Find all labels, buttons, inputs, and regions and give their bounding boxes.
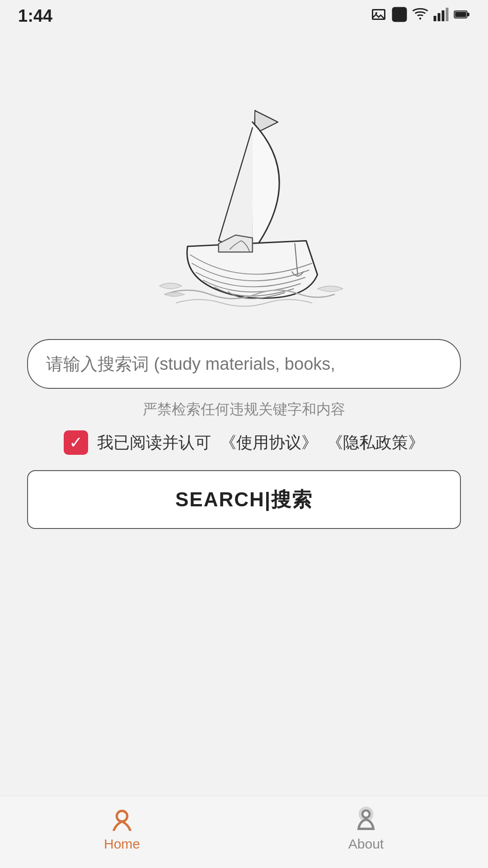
battery-icon [454, 6, 470, 26]
search-button[interactable]: SEARCH|搜索 [27, 470, 461, 529]
main-content: 严禁检索任何违规关键字和内容 ✓ 我已阅读并认可 《使用协议》 《隐私政策》 S… [0, 32, 488, 796]
svg-rect-7 [442, 10, 445, 21]
agreement-prefix: 我已阅读并认可 [97, 432, 211, 454]
nav-item-about[interactable]: About [244, 804, 488, 852]
agreement-row[interactable]: ✓ 我已阅读并认可 《使用协议》 《隐私政策》 [64, 430, 424, 455]
about-nav-icon [352, 804, 380, 833]
warning-text: 严禁检索任何违规关键字和内容 [143, 400, 345, 420]
wifi-icon [412, 6, 428, 26]
svg-point-4 [419, 17, 422, 19]
status-icons: A [371, 6, 470, 26]
agreement-link-2[interactable]: 《隐私政策》 [327, 432, 424, 454]
checkmark-icon: ✓ [69, 434, 83, 451]
home-nav-icon [108, 804, 136, 833]
status-time: 1:44 [18, 6, 52, 26]
svg-rect-11 [455, 12, 466, 17]
svg-point-1 [375, 12, 378, 14]
about-nav-label: About [348, 836, 384, 852]
search-section: 严禁检索任何违规关键字和内容 ✓ 我已阅读并认可 《使用协议》 《隐私政策》 S… [27, 339, 461, 529]
signal-icon [433, 6, 449, 26]
svg-point-16 [362, 810, 370, 817]
svg-rect-10 [467, 13, 469, 16]
svg-rect-8 [446, 8, 449, 21]
boat-illustration [131, 77, 357, 312]
bottom-navigation: Home About [0, 796, 488, 868]
status-bar: 1:44 A [0, 0, 488, 32]
search-input-wrapper[interactable] [27, 339, 461, 389]
image-icon [371, 6, 387, 26]
agreement-link-1[interactable]: 《使用协议》 [220, 432, 318, 454]
svg-rect-6 [438, 13, 441, 21]
svg-rect-5 [434, 16, 436, 21]
translate-icon: A [391, 6, 408, 26]
svg-point-15 [117, 811, 127, 821]
svg-text:A: A [397, 10, 403, 19]
search-input[interactable] [46, 354, 442, 374]
agreement-checkbox[interactable]: ✓ [64, 430, 88, 455]
home-nav-label: Home [104, 836, 140, 852]
search-button-label: SEARCH|搜索 [175, 486, 313, 513]
nav-item-home[interactable]: Home [0, 804, 244, 852]
